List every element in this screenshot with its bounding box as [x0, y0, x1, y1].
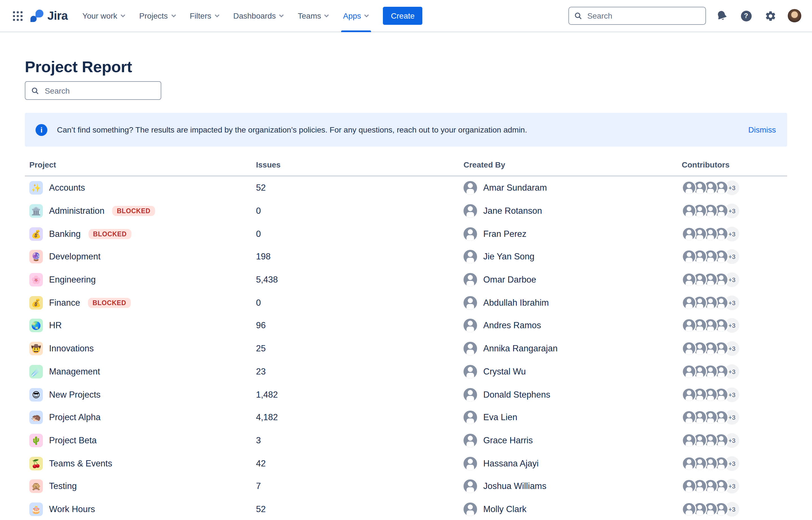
creator-avatar-icon [464, 365, 477, 379]
issues-count: 42 [252, 458, 459, 468]
project-name-link[interactable]: Development [49, 252, 101, 262]
created-by-cell: Jie Yan Song [459, 250, 677, 264]
chevron-down-icon [279, 13, 284, 19]
contributors-avatars: +3 [677, 272, 787, 287]
contributors-avatars: +3 [677, 364, 787, 379]
page-search-input[interactable] [44, 85, 155, 96]
project-name-link[interactable]: New Projects [49, 389, 101, 399]
project-name-link[interactable]: Banking [49, 229, 81, 239]
project-name-link[interactable]: Teams & Events [49, 458, 112, 468]
project-cell: ☄️ Management [25, 365, 252, 379]
contributor-avatar-icon[interactable] [682, 318, 697, 333]
contributor-avatar-icon[interactable] [682, 272, 697, 287]
contributors-avatars: +3 [677, 181, 787, 196]
create-button[interactable]: Create [383, 7, 423, 25]
contributors-avatars: +3 [677, 456, 787, 471]
table-row: 🔮 Development 198 Jie Yan Song +3 [25, 245, 787, 268]
issues-count: 0 [252, 206, 459, 216]
table-row: 🌸 Engineering 5,438 Omar Darboe +3 [25, 268, 787, 291]
nav-item-teams[interactable]: Teams [291, 0, 336, 32]
created-by-cell: Eva Lien [459, 411, 677, 424]
contributor-avatar-icon[interactable] [682, 181, 697, 196]
top-nav: Jira Your workProjectsFiltersDashboardsT… [0, 0, 812, 32]
chevron-down-icon [324, 13, 330, 19]
blocked-badge: BLOCKED [88, 298, 131, 308]
created-by-cell: Crystal Wu [459, 365, 677, 379]
table-row: 😎 New Projects 1,482 Donald Stephens +3 [25, 383, 787, 406]
project-name-link[interactable]: Testing [49, 482, 77, 492]
dismiss-button[interactable]: Dismiss [748, 125, 776, 134]
table-row: 🍒 Teams & Events 42 Hassana Ajayi +3 [25, 452, 787, 475]
contributor-avatar-icon[interactable] [682, 341, 697, 356]
issues-count: 52 [252, 183, 459, 193]
project-name-link[interactable]: Engineering [49, 275, 96, 285]
contributor-avatar-icon[interactable] [682, 479, 697, 494]
project-cell: 💰 Banking BLOCKED [25, 227, 252, 240]
contributors-avatars: +3 [677, 479, 787, 494]
issues-count: 25 [252, 343, 459, 354]
project-name-link[interactable]: Work Hours [49, 504, 95, 514]
contributor-avatar-icon[interactable] [682, 295, 697, 310]
contributor-avatar-icon[interactable] [682, 502, 697, 517]
creator-avatar-icon [464, 502, 477, 516]
user-avatar[interactable] [786, 7, 803, 24]
nav-item-label: Dashboards [233, 11, 276, 20]
issues-count: 3 [252, 435, 459, 446]
project-name-link[interactable]: Finance [49, 298, 80, 308]
settings-icon[interactable] [762, 7, 779, 24]
project-name-link[interactable]: Administration [49, 206, 104, 216]
project-emoji-icon: 🌸 [29, 273, 43, 287]
nav-item-projects[interactable]: Projects [132, 0, 183, 32]
project-name-link[interactable]: Project Alpha [49, 412, 101, 422]
header-search-input[interactable] [586, 11, 700, 21]
nav-item-filters[interactable]: Filters [183, 0, 227, 32]
project-emoji-icon: 🍒 [29, 457, 43, 470]
blocked-badge: BLOCKED [88, 229, 131, 239]
table-row: 🤠 Innovations 25 Annika Rangarajan +3 [25, 337, 787, 360]
contributors-avatars: +3 [677, 204, 787, 218]
project-name-link[interactable]: Accounts [49, 183, 85, 193]
project-emoji-icon: 💰 [29, 296, 43, 310]
created-by-cell: Fran Perez [459, 227, 677, 240]
project-name-link[interactable]: Innovations [49, 343, 94, 354]
created-by-cell: Jane Rotanson [459, 204, 677, 218]
project-name-link[interactable]: Project Beta [49, 435, 97, 446]
project-name-link[interactable]: Management [49, 367, 100, 377]
contributor-avatar-icon[interactable] [682, 250, 697, 264]
contributor-avatar-icon[interactable] [682, 204, 697, 218]
project-emoji-icon: ✨ [29, 181, 43, 195]
creator-avatar-icon [464, 296, 477, 310]
contributors-avatars: +3 [677, 410, 787, 425]
contributors-avatars: +3 [677, 227, 787, 241]
notifications-icon[interactable] [713, 7, 730, 24]
header-search[interactable] [569, 7, 706, 25]
contributors-avatars: +3 [677, 433, 787, 448]
project-emoji-icon: 🤠 [29, 342, 43, 355]
issues-count: 7 [252, 482, 459, 492]
table-row: 🌵 Project Beta 3 Grace Harris +3 [25, 429, 787, 452]
issues-count: 1,482 [252, 389, 459, 399]
project-cell: 🔮 Development [25, 250, 252, 264]
help-icon[interactable]: ? [738, 7, 755, 24]
jira-logo[interactable]: Jira [30, 9, 68, 23]
nav-item-apps[interactable]: Apps [336, 0, 376, 32]
contributor-avatar-icon[interactable] [682, 227, 697, 241]
nav-item-dashboards[interactable]: Dashboards [227, 0, 291, 32]
contributor-avatar-icon[interactable] [682, 387, 697, 402]
contributor-avatar-icon[interactable] [682, 410, 697, 425]
contributor-avatar-icon[interactable] [682, 364, 697, 379]
created-by-cell: Omar Darboe [459, 273, 677, 287]
page-search[interactable] [25, 81, 161, 100]
app-switcher-icon[interactable] [9, 7, 26, 24]
creator-name: Annika Rangarajan [483, 343, 558, 354]
banner-text: Can’t find something? The results are im… [57, 125, 739, 134]
contributor-avatar-icon[interactable] [682, 456, 697, 471]
contributors-avatars: +3 [677, 387, 787, 402]
created-by-cell: Molly Clark [459, 502, 677, 516]
contributor-avatar-icon[interactable] [682, 433, 697, 448]
project-name-link[interactable]: HR [49, 321, 62, 331]
issues-count: 0 [252, 229, 459, 239]
nav-item-your-work[interactable]: Your work [76, 0, 132, 32]
chevron-down-icon [120, 13, 126, 19]
issues-count: 23 [252, 367, 459, 377]
